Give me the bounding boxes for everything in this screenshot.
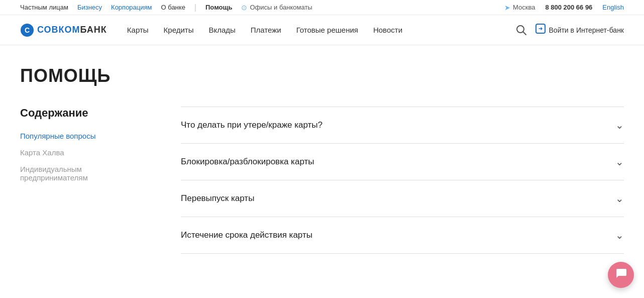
faq-question-text-4: Истечение срока действия карты xyxy=(181,230,312,240)
faq-question-text-2: Блокировка/разблокировка карты xyxy=(181,157,314,167)
nav-cards[interactable]: Карты xyxy=(127,26,149,34)
city-icon: ➤ xyxy=(504,4,510,12)
login-button[interactable]: Войти в Интернет-банк xyxy=(535,23,624,37)
nav-links: Карты Кредиты Вклады Платежи Готовые реш… xyxy=(127,26,516,34)
faq-question-text-1: Что делать при утере/краже карты? xyxy=(181,120,323,130)
sidebar-link-entrepreneurs[interactable]: Индивидуальным предпринимателям xyxy=(20,165,151,182)
faq-item-3: Перевыпуск карты ⌄ xyxy=(181,180,624,217)
top-bar-left: Частным лицам Бизнесу Корпорациям О банк… xyxy=(20,3,494,12)
faq-question-2[interactable]: Блокировка/разблокировка карты ⌄ xyxy=(181,144,624,180)
sidebar-links: Популярные вопросы Карта Халва Индивидуа… xyxy=(20,132,151,182)
nav-solutions[interactable]: Готовые решения xyxy=(296,26,358,34)
nav-credits[interactable]: Кредиты xyxy=(164,26,194,34)
page-content: ПОМОЩЬ Содержание Популярные вопросы Кар… xyxy=(0,45,644,274)
nav-about[interactable]: О банке xyxy=(161,4,185,11)
main-nav: С СОВКОМБАНК Карты Кредиты Вклады Платеж… xyxy=(0,15,644,45)
faq-item-4: Истечение срока действия карты ⌄ xyxy=(181,217,624,254)
nav-private[interactable]: Частным лицам xyxy=(20,4,68,11)
nav-deposits[interactable]: Вклады xyxy=(208,26,235,34)
chevron-icon-1: ⌄ xyxy=(615,119,624,131)
chevron-icon-4: ⌄ xyxy=(615,229,624,241)
chat-icon xyxy=(614,267,627,274)
city-selector[interactable]: ➤ Москва xyxy=(504,4,535,12)
top-bar: Частным лицам Бизнесу Корпорациям О банк… xyxy=(0,0,644,15)
faq-question-3[interactable]: Перевыпуск карты ⌄ xyxy=(181,180,624,217)
svg-line-3 xyxy=(523,32,526,35)
logo-icon: С xyxy=(20,23,34,37)
logo[interactable]: С СОВКОМБАНК xyxy=(20,23,107,37)
search-button[interactable] xyxy=(516,25,527,36)
faq-item-2: Блокировка/разблокировка карты ⌄ xyxy=(181,144,624,180)
faq-item-1: Что делать при утере/краже карты? ⌄ xyxy=(181,107,624,144)
page-title: ПОМОЩЬ xyxy=(20,65,624,86)
nav-help[interactable]: Помощь xyxy=(205,4,232,11)
login-icon xyxy=(535,23,546,37)
sidebar-link-halva[interactable]: Карта Халва xyxy=(20,148,151,157)
chevron-icon-2: ⌄ xyxy=(615,156,624,168)
top-bar-right: ➤ Москва 8 800 200 66 96 English xyxy=(504,4,624,12)
content-layout: Содержание Популярные вопросы Карта Халв… xyxy=(20,107,624,254)
nav-news[interactable]: Новости xyxy=(373,26,402,34)
faq-question-text-3: Перевыпуск карты xyxy=(181,193,254,204)
nav-offices-label: Офисы и банкоматы xyxy=(250,4,312,11)
logo-text: СОВКОМБАНК xyxy=(37,25,107,35)
divider: | xyxy=(194,3,196,12)
nav-corporate[interactable]: Корпорациям xyxy=(111,4,152,11)
nav-business[interactable]: Бизнесу xyxy=(77,4,102,11)
nav-offices[interactable]: ⊙ Офисы и банкоматы xyxy=(241,4,312,12)
nav-payments[interactable]: Платежи xyxy=(251,26,281,34)
sidebar-link-popular[interactable]: Популярные вопросы xyxy=(20,132,151,140)
faq-question-4[interactable]: Истечение срока действия карты ⌄ xyxy=(181,217,624,253)
phone-number: 8 800 200 66 96 xyxy=(545,4,592,11)
chevron-icon-3: ⌄ xyxy=(615,192,624,205)
search-icon xyxy=(516,25,527,36)
city-label: Москва xyxy=(513,4,535,11)
language-switcher[interactable]: English xyxy=(602,4,624,11)
login-label: Войти в Интернет-банк xyxy=(549,26,624,34)
svg-text:С: С xyxy=(25,26,30,34)
sidebar: Содержание Популярные вопросы Карта Халв… xyxy=(20,107,151,254)
faq-question-1[interactable]: Что делать при утере/краже карты? ⌄ xyxy=(181,107,624,143)
nav-right: Войти в Интернет-банк xyxy=(516,23,624,37)
location-icon: ⊙ xyxy=(241,4,247,12)
faq-section: Что делать при утере/краже карты? ⌄ Блок… xyxy=(181,107,624,254)
sidebar-title: Содержание xyxy=(20,107,151,120)
